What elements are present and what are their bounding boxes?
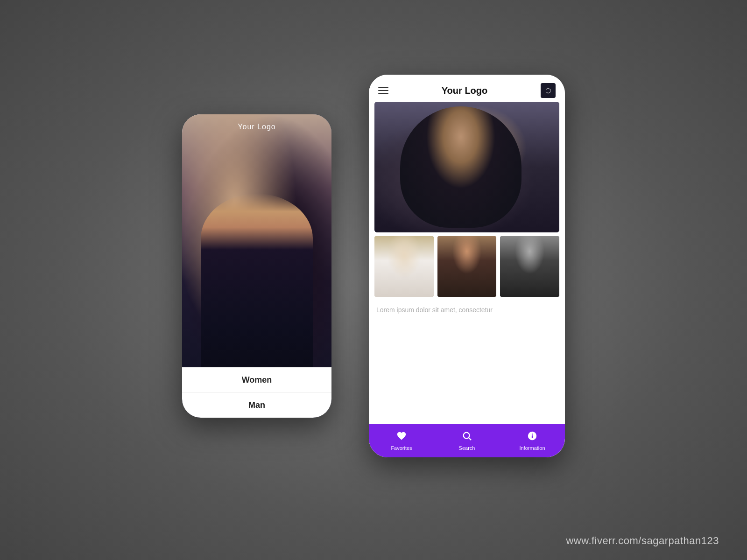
phone-left: Your Logo Women Man bbox=[182, 114, 331, 418]
bottom-nav: Favorites Search bbox=[369, 424, 565, 457]
phones-container: Your Logo Women Man Your Logo Lorem bbox=[182, 75, 565, 457]
thumbnail-2[interactable] bbox=[437, 236, 497, 297]
nav-favorites-label: Favorites bbox=[391, 445, 412, 451]
svg-point-5 bbox=[532, 434, 533, 434]
nav-information-label: Information bbox=[519, 445, 545, 451]
search-icon bbox=[462, 431, 472, 443]
thumbnail-1[interactable] bbox=[374, 236, 434, 297]
thumbnail-row bbox=[369, 232, 565, 301]
top-bar: Your Logo bbox=[369, 75, 565, 102]
women-button[interactable]: Women bbox=[182, 367, 331, 392]
thumbnail-3[interactable] bbox=[500, 236, 559, 297]
hamburger-line-3 bbox=[378, 93, 388, 94]
svg-line-1 bbox=[469, 438, 471, 440]
logo-right: Your Logo bbox=[442, 85, 488, 96]
nav-search-label: Search bbox=[459, 445, 475, 451]
watermark: www.fiverr.com/sagarpathan123 bbox=[566, 535, 719, 547]
heart-icon bbox=[396, 431, 407, 443]
phone-right: Your Logo Lorem ipsum dolor sit amet, co… bbox=[369, 75, 565, 457]
logo-left: Your Logo bbox=[182, 123, 331, 131]
description-text: Lorem ipsum dolor sit amet, consectetur bbox=[369, 301, 565, 424]
main-fashion-image bbox=[374, 102, 559, 232]
svg-point-0 bbox=[464, 432, 470, 438]
man-button[interactable]: Man bbox=[182, 392, 331, 418]
hamburger-line-2 bbox=[378, 90, 388, 91]
category-buttons: Women Man bbox=[182, 367, 331, 418]
share-icon[interactable] bbox=[541, 83, 556, 98]
hamburger-line-1 bbox=[378, 87, 388, 88]
menu-icon[interactable] bbox=[378, 87, 388, 94]
info-icon bbox=[527, 431, 537, 443]
nav-search[interactable]: Search bbox=[434, 424, 500, 457]
nav-favorites[interactable]: Favorites bbox=[369, 424, 434, 457]
nav-information[interactable]: Information bbox=[500, 424, 565, 457]
